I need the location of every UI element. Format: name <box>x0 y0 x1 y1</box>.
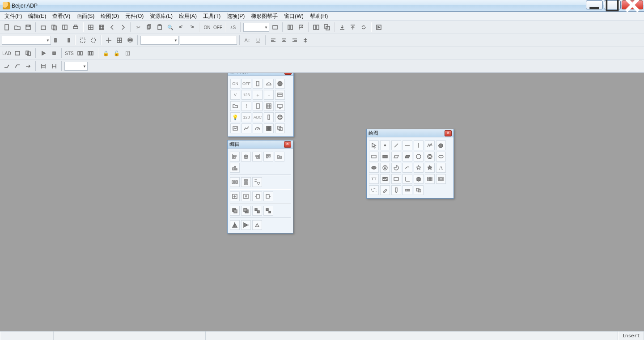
align-v1-icon[interactable] <box>52 35 62 45</box>
dot-button[interactable] <box>264 123 274 133</box>
bean-button[interactable] <box>436 140 446 150</box>
tt-button[interactable]: TT <box>369 174 379 184</box>
zoom-combo[interactable]: ▼ <box>243 23 269 32</box>
menu-app[interactable]: 应用(A) <box>176 12 199 21</box>
screen-button[interactable] <box>275 101 285 111</box>
arc-button[interactable] <box>402 163 412 173</box>
lang-icon[interactable] <box>285 22 295 32</box>
color-well[interactable] <box>180 36 237 45</box>
nav-back-icon[interactable] <box>107 22 117 32</box>
window-cascade-icon[interactable] <box>322 22 332 32</box>
dotted-rect-button[interactable] <box>369 185 379 195</box>
text-a-button[interactable]: A <box>436 163 446 173</box>
on-button[interactable]: ON <box>230 79 240 89</box>
target-icon[interactable] <box>104 35 114 45</box>
ellipse-button[interactable] <box>436 152 446 162</box>
align-center-button[interactable] <box>241 152 251 162</box>
dist-h-button[interactable] <box>230 177 240 187</box>
menu-ladder[interactable]: 梯形图帮手 <box>248 12 280 21</box>
maximize-button[interactable] <box>604 0 621 9</box>
font-combo[interactable]: ▼ <box>2 36 51 45</box>
rect-button[interactable] <box>369 152 379 162</box>
menu-draw[interactable]: 绘图(D) <box>98 12 122 21</box>
menu-view[interactable]: 查看(V) <box>50 12 73 21</box>
align-v2-icon[interactable] <box>63 35 72 45</box>
copy-icon[interactable] <box>49 22 59 32</box>
rect-fill-button[interactable] <box>380 152 390 162</box>
close-button[interactable] <box>622 0 643 9</box>
menu-object[interactable]: 元件(O) <box>123 12 146 21</box>
save-icon[interactable] <box>23 22 33 32</box>
sts-icon[interactable]: STS <box>64 48 74 58</box>
move-right-button[interactable] <box>263 191 273 201</box>
zoom-fit-icon[interactable] <box>270 22 280 32</box>
grid4-icon[interactable] <box>114 35 124 45</box>
menu-window[interactable]: 窗口(W) <box>281 12 306 21</box>
lad-icon[interactable]: LAD <box>2 48 12 58</box>
line-diag-button[interactable] <box>391 140 401 150</box>
same-size-button[interactable] <box>252 177 262 187</box>
off-button[interactable]: OFF <box>242 79 251 89</box>
globe-button[interactable] <box>275 112 285 122</box>
parallelogram-button[interactable] <box>391 152 401 162</box>
menu-options[interactable]: 选项(P) <box>224 12 247 21</box>
compile-icon[interactable] <box>374 22 384 32</box>
ungroup-button[interactable] <box>263 206 273 216</box>
on-btn[interactable]: ON <box>202 22 212 32</box>
chart-button[interactable] <box>230 123 240 133</box>
align-left-button[interactable] <box>230 152 240 162</box>
gauge-button[interactable] <box>253 123 263 133</box>
palette-basic[interactable]: 基本元件 ✕ ON OFF V 123 ＋ － ! <box>228 67 294 137</box>
circle-hatch-button[interactable] <box>425 152 435 162</box>
barchart-button[interactable] <box>230 163 240 173</box>
ladder-rung-icon[interactable] <box>38 61 48 71</box>
align-right-button[interactable] <box>252 152 262 162</box>
nav-forward-icon[interactable] <box>118 22 128 32</box>
nudge-in-button[interactable] <box>230 191 240 201</box>
ladder-combo[interactable]: ▼ <box>64 62 88 71</box>
marker-button[interactable] <box>391 185 401 195</box>
line-h-button[interactable] <box>402 140 412 150</box>
align-left-icon[interactable] <box>268 35 278 45</box>
rect-out-button[interactable] <box>391 174 401 184</box>
vert-center-icon[interactable] <box>301 35 310 45</box>
lock-icon[interactable]: 🔒 <box>101 48 111 58</box>
dist-v-button[interactable] <box>241 177 251 187</box>
frame-button[interactable] <box>436 174 446 184</box>
menu-file[interactable]: 文件(F) <box>2 12 25 21</box>
redo-icon[interactable] <box>187 22 197 32</box>
menu-screen[interactable]: 画面(S) <box>74 12 97 21</box>
library3-icon[interactable] <box>86 48 96 58</box>
window-tile-icon[interactable] <box>311 22 321 32</box>
pie-button[interactable] <box>391 163 401 173</box>
shape3d-button[interactable] <box>414 174 424 184</box>
star-fill-button[interactable] <box>425 163 435 173</box>
align-right-icon[interactable] <box>290 35 300 45</box>
star-button[interactable] <box>414 163 424 173</box>
palette-edit-title[interactable]: 编辑 ✕ <box>228 140 293 149</box>
screens-icon[interactable] <box>13 48 22 58</box>
num2-button[interactable]: 123 <box>242 112 251 122</box>
arrow-right-icon[interactable] <box>23 61 33 71</box>
grid-small-icon[interactable] <box>86 22 96 32</box>
underline-icon[interactable]: U <box>253 35 263 45</box>
dashcircle-icon[interactable] <box>89 35 98 45</box>
menu-library[interactable]: 资源库(L) <box>147 12 175 21</box>
stop-icon[interactable] <box>49 48 59 58</box>
clipboard-icon[interactable] <box>155 22 165 32</box>
library2-icon[interactable] <box>75 48 85 58</box>
circle-fill-button[interactable] <box>275 79 285 89</box>
minus-button[interactable]: － <box>264 90 274 100</box>
dot-button[interactable] <box>380 140 390 150</box>
abc-button[interactable]: ABC <box>253 112 263 122</box>
ruler-button[interactable] <box>402 174 412 184</box>
rect-button[interactable] <box>253 79 263 89</box>
flip-v-button[interactable] <box>241 220 251 230</box>
align-center-icon[interactable] <box>279 35 289 45</box>
find-icon[interactable]: 🔍 <box>165 22 175 32</box>
undo-icon[interactable] <box>176 22 186 32</box>
link1-icon[interactable] <box>2 61 12 71</box>
minimize-button[interactable] <box>586 0 603 9</box>
nudge-out-button[interactable] <box>241 191 251 201</box>
ruler2-button[interactable] <box>402 185 412 195</box>
